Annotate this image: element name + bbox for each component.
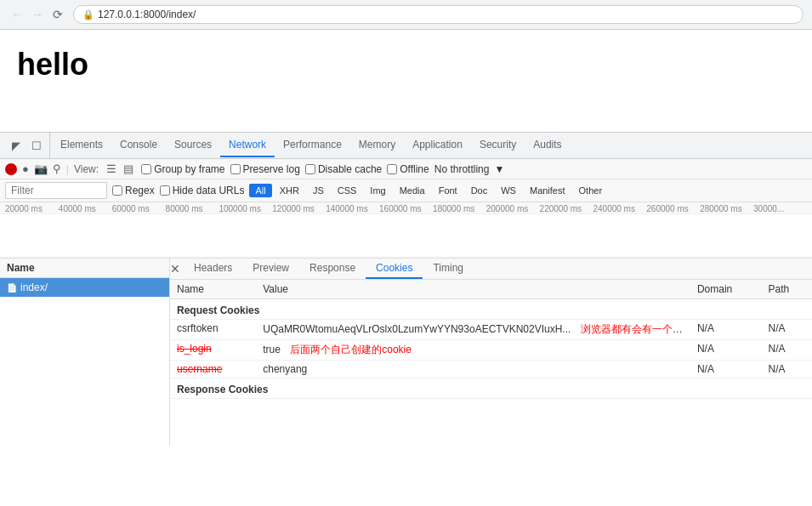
cookies-content: Name Value Domain Path Request Cookies: [170, 280, 812, 399]
detail-tab-timing[interactable]: Timing: [423, 259, 474, 279]
timeline-mark-3: 60000 ms: [112, 204, 166, 213]
file-icon: 📄: [7, 283, 17, 293]
filter-img[interactable]: Img: [364, 184, 391, 197]
table-row: username chenyang N/A N/A: [170, 361, 812, 378]
detail-tabs: ✕ Headers Preview Response Cookies Timin…: [170, 259, 812, 280]
filter-all[interactable]: All: [249, 184, 271, 197]
cookie-value-islogin: true 后面两个自己创建的cookie: [256, 340, 690, 361]
tab-performance[interactable]: Performance: [275, 134, 350, 157]
cookie-name-csrftoken: csrftoken: [170, 320, 256, 340]
tab-audits[interactable]: Audits: [525, 134, 570, 157]
table-row: csrftoken UQaMR0WtomuAeqVLrOslx0LzumYwYY…: [170, 320, 812, 340]
url-bar[interactable]: 🔒 127.0.0.1:8000/index/: [73, 5, 803, 24]
cookies-table: Name Value Domain Path Request Cookies: [170, 280, 812, 399]
list-view-button[interactable]: ☰: [104, 162, 119, 176]
detail-tab-headers[interactable]: Headers: [184, 259, 242, 279]
devtools-tabs: Elements Console Sources Network Perform…: [52, 134, 571, 157]
timeline-mark-15: 30000...: [753, 204, 807, 213]
timeline-mark-12: 240000 ms: [593, 204, 646, 213]
filter-type-buttons: All XHR JS CSS Img Media Font Doc WS Man…: [249, 184, 608, 197]
timeline-mark-6: 120000 ms: [272, 204, 326, 213]
tab-network[interactable]: Network: [220, 134, 275, 157]
cookie-domain-username: N/A: [690, 361, 762, 378]
filter-manifest[interactable]: Manifest: [524, 184, 571, 197]
annotation-islogin: 后面两个自己创建的cookie: [290, 344, 412, 355]
tab-console[interactable]: Console: [111, 134, 166, 157]
cookie-name-islogin: is_login: [170, 340, 256, 361]
tab-sources[interactable]: Sources: [166, 134, 220, 157]
timeline-mark-13: 260000 ms: [646, 204, 700, 213]
back-button[interactable]: ←: [9, 6, 26, 23]
filter-input[interactable]: [5, 182, 107, 199]
list-item[interactable]: 📄 index/: [0, 278, 169, 297]
close-detail-button[interactable]: ✕: [170, 262, 180, 276]
regex-checkbox[interactable]: Regex: [112, 185, 155, 196]
preserve-log-checkbox[interactable]: Preserve log: [230, 163, 300, 175]
devtools-icons: ◤ ☐: [3, 133, 50, 158]
browser-chrome: ← → ⟳ 🔒 127.0.0.1:8000/index/: [0, 0, 812, 30]
tab-application[interactable]: Application: [404, 134, 471, 157]
cookie-name-username: username: [170, 361, 256, 378]
offline-checkbox[interactable]: Offline: [387, 163, 429, 175]
timeline-mark-10: 200000 ms: [486, 204, 540, 213]
col-name: Name: [170, 280, 256, 299]
forward-button[interactable]: →: [29, 6, 46, 23]
filter-other[interactable]: Other: [573, 184, 609, 197]
timeline-mark-1: 20000 ms: [5, 204, 59, 213]
timeline-mark-14: 280000 ms: [700, 204, 753, 213]
filter-doc[interactable]: Doc: [465, 184, 494, 197]
tab-security[interactable]: Security: [471, 134, 525, 157]
filter-button[interactable]: ⚲: [53, 162, 61, 175]
strikethrough-text: is_login: [177, 343, 212, 355]
cookie-path-username: N/A: [762, 361, 812, 378]
lock-icon: 🔒: [82, 9, 94, 20]
regex-label: Regex: [125, 185, 155, 196]
hide-data-urls-label: Hide data URLs: [173, 185, 245, 196]
timeline-bar: 20000 ms 40000 ms 60000 ms 80000 ms 1000…: [0, 202, 812, 259]
detail-tab-preview[interactable]: Preview: [242, 259, 299, 279]
throttle-arrow-icon: ▼: [494, 163, 504, 175]
device-toggle-icon[interactable]: ☐: [27, 136, 46, 155]
disable-cache-checkbox[interactable]: Disable cache: [305, 163, 382, 175]
timeline-mark-9: 180000 ms: [433, 204, 486, 213]
timeline-ruler: 20000 ms 40000 ms 60000 ms 80000 ms 1000…: [0, 204, 812, 213]
detail-tab-cookies[interactable]: Cookies: [366, 259, 423, 279]
name-panel-header: Name: [0, 259, 169, 278]
filter-js[interactable]: JS: [307, 184, 330, 197]
filter-media[interactable]: Media: [394, 184, 431, 197]
tab-elements[interactable]: Elements: [52, 134, 111, 157]
tab-memory[interactable]: Memory: [350, 134, 404, 157]
timeline-chart: [0, 213, 812, 256]
throttle-label: No throttling: [434, 163, 490, 175]
devtools-main: Name 📄 index/ ✕ Headers Preview Response…: [0, 259, 812, 446]
timeline-mark-2: 40000 ms: [59, 204, 112, 213]
refresh-button[interactable]: ⟳: [49, 6, 66, 23]
address-bar: ← → ⟳ 🔒 127.0.0.1:8000/index/: [0, 0, 812, 29]
hide-data-urls-checkbox[interactable]: Hide data URLs: [160, 185, 245, 196]
clear-button[interactable]: ●: [22, 162, 29, 175]
element-picker-icon[interactable]: ◤: [7, 136, 26, 155]
timeline-mark-5: 100000 ms: [219, 204, 272, 213]
timeline-mark-8: 160000 ms: [379, 204, 433, 213]
filter-css[interactable]: CSS: [332, 184, 363, 197]
col-domain: Domain: [690, 280, 762, 299]
col-value: Value: [256, 280, 690, 299]
request-cookies-header: Request Cookies: [170, 299, 812, 320]
group-by-frame-checkbox[interactable]: Group by frame: [141, 163, 224, 175]
filter-bar: Regex Hide data URLs All XHR JS CSS Img …: [0, 179, 812, 202]
timeline-mark-7: 140000 ms: [326, 204, 379, 213]
filter-ws[interactable]: WS: [495, 184, 522, 197]
cookie-domain-islogin: N/A: [690, 340, 762, 361]
camera-button[interactable]: 📷: [34, 162, 48, 175]
cookie-path-islogin: N/A: [762, 340, 812, 361]
record-button[interactable]: [5, 163, 17, 175]
page-content: hello: [0, 30, 812, 132]
cookie-value-csrftoken: UQaMR0WtomuAeqVLrOslx0LzumYwYYN93oAECTVK…: [256, 320, 690, 340]
detail-tab-response[interactable]: Response: [299, 259, 366, 279]
filter-font[interactable]: Font: [433, 184, 463, 197]
timeline-mark-4: 80000 ms: [166, 204, 219, 213]
annotation-csrftoken: 浏览器都有会有一个默认的cookie: [581, 323, 690, 335]
filter-xhr[interactable]: XHR: [274, 184, 305, 197]
page-title: hello: [17, 47, 795, 82]
screenshot-view-button[interactable]: ▤: [121, 162, 136, 176]
